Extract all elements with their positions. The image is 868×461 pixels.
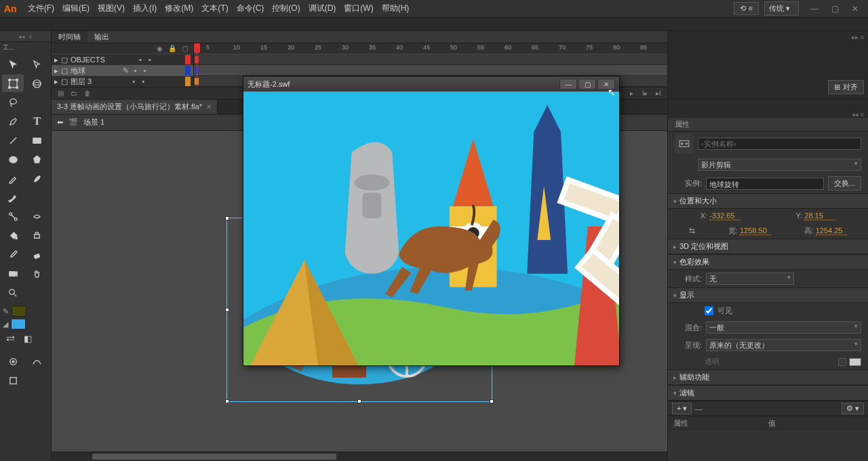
hand-tool-icon[interactable] bbox=[26, 264, 48, 282]
stage-scrollbar[interactable] bbox=[52, 452, 667, 461]
smooth-option-icon[interactable] bbox=[26, 353, 48, 370]
timeline-ruler[interactable]: 1510152025303540455055606570758085909510… bbox=[194, 43, 667, 54]
fill-swatch[interactable] bbox=[11, 319, 26, 329]
layer-row[interactable]: ▸▢图层 3 •• bbox=[52, 76, 193, 87]
y-value[interactable]: 28.15 bbox=[804, 212, 835, 220]
window-close-icon[interactable]: ✕ bbox=[846, 3, 864, 15]
default-colors-icon[interactable]: ◧ bbox=[20, 332, 35, 345]
menu-control[interactable]: 控制(O) bbox=[268, 0, 304, 17]
close-tab-icon[interactable]: ✕ bbox=[206, 103, 212, 111]
collapse-icon[interactable]: ▸▸ ≡ bbox=[852, 34, 864, 41]
swf-titlebar[interactable]: 无标题-2.swf — ▢ ✕ bbox=[243, 77, 619, 92]
layout-dropdown[interactable]: 传统 ▾ bbox=[764, 1, 799, 16]
x-value[interactable]: -332.65 bbox=[709, 212, 741, 220]
swap-button[interactable]: 交换... bbox=[828, 176, 861, 191]
sync-button[interactable]: ⟲ ≡ bbox=[734, 2, 758, 15]
svg-point-37 bbox=[355, 174, 390, 191]
menu-help[interactable]: 帮助(H) bbox=[378, 0, 414, 17]
menu-window[interactable]: 窗口(W) bbox=[340, 0, 377, 17]
menu-insert[interactable]: 插入(I) bbox=[129, 0, 161, 17]
rectangle-tool-icon[interactable] bbox=[26, 132, 48, 149]
3d-rotation-tool-icon[interactable] bbox=[26, 75, 48, 92]
visible-checkbox[interactable] bbox=[705, 306, 713, 315]
layer-row[interactable]: ▸▢OBJECTS •• bbox=[52, 54, 193, 65]
section-3d[interactable]: 3D 定位和视图 bbox=[668, 239, 868, 254]
render-dropdown[interactable]: 原来的（无更改） bbox=[706, 339, 861, 351]
width-value[interactable]: 1258.50 bbox=[740, 226, 771, 235]
stroke-pencil-icon: ✎ bbox=[3, 307, 9, 316]
symbol-type-dropdown[interactable]: 影片剪辑 bbox=[698, 159, 861, 171]
colorfx-style-dropdown[interactable]: 无 bbox=[706, 273, 794, 285]
playhead[interactable] bbox=[197, 43, 197, 87]
panel-head-icon[interactable]: ◂◂ ≡ bbox=[668, 111, 868, 118]
menu-edit[interactable]: 编辑(E) bbox=[58, 0, 94, 17]
free-transform-tool-icon[interactable] bbox=[2, 75, 24, 92]
section-display[interactable]: 显示 bbox=[668, 287, 868, 303]
menu-file[interactable]: 文件(F) bbox=[24, 0, 58, 17]
section-position[interactable]: 位置和大小 bbox=[668, 193, 868, 209]
lasso-tool-icon[interactable] bbox=[2, 94, 24, 111]
height-value[interactable]: 1254.25 bbox=[816, 226, 847, 235]
scene-label[interactable]: 场景 1 bbox=[83, 117, 104, 127]
section-colorfx[interactable]: 色彩效果 bbox=[668, 254, 868, 270]
lock-icon[interactable]: 🔒 bbox=[168, 45, 176, 52]
properties-tab[interactable]: 属性 bbox=[668, 118, 868, 132]
filter-gear-icon[interactable]: ⚙ ▾ bbox=[842, 403, 864, 414]
line-tool-icon[interactable] bbox=[2, 132, 24, 149]
eye-icon[interactable]: ◉ bbox=[157, 45, 163, 52]
play-icon[interactable]: ▸ bbox=[627, 89, 636, 98]
transparent-swatch[interactable] bbox=[838, 358, 846, 366]
swf-minimize-icon[interactable]: — bbox=[559, 79, 577, 89]
pencil-tool-icon[interactable] bbox=[2, 169, 24, 187]
tab-output[interactable]: 输出 bbox=[87, 31, 116, 43]
menu-command[interactable]: 命令(C) bbox=[233, 0, 269, 17]
new-layer-icon[interactable]: ▤ bbox=[56, 89, 65, 98]
filter-opt-icon[interactable]: — bbox=[694, 405, 702, 413]
window-minimize-icon[interactable]: — bbox=[806, 3, 823, 15]
zoom-tool-icon[interactable] bbox=[2, 283, 24, 301]
window-maximize-icon[interactable]: ▢ bbox=[826, 3, 844, 15]
polystar-tool-icon[interactable] bbox=[26, 151, 48, 168]
bind-tool-icon[interactable] bbox=[26, 207, 48, 225]
link-icon[interactable]: ⇆ bbox=[689, 226, 695, 235]
snap-to-object-icon[interactable] bbox=[2, 353, 24, 370]
camera-tool-icon[interactable] bbox=[2, 264, 24, 282]
menu-modify[interactable]: 修改(M) bbox=[161, 0, 197, 17]
blend-dropdown[interactable]: 一般 bbox=[706, 321, 861, 334]
oval-tool-icon[interactable] bbox=[2, 151, 24, 168]
section-accessibility[interactable]: 辅助功能 bbox=[668, 369, 868, 385]
brush-tool-icon[interactable] bbox=[26, 169, 48, 187]
section-filters[interactable]: 滤镜 bbox=[668, 385, 868, 401]
tab-timeline[interactable]: 时间轴 bbox=[52, 31, 87, 43]
stroke-swatch[interactable] bbox=[12, 306, 26, 317]
delete-layer-icon[interactable]: 🗑 bbox=[83, 89, 92, 98]
bone-tool-icon[interactable] bbox=[2, 207, 24, 225]
next-frame-icon[interactable]: I▸ bbox=[640, 89, 650, 98]
eyedropper-tool-icon[interactable] bbox=[2, 245, 24, 263]
outline-icon[interactable]: ▢ bbox=[182, 45, 188, 52]
tools-header[interactable]: ◂◂ ≡ bbox=[0, 31, 51, 42]
menu-text[interactable]: 文本(T) bbox=[197, 0, 232, 17]
swf-maximize-icon[interactable]: ▢ bbox=[578, 79, 596, 89]
ink-bottle-tool-icon[interactable] bbox=[26, 226, 48, 244]
instance-name-input[interactable] bbox=[698, 138, 861, 150]
add-filter-button[interactable]: + ▾ bbox=[672, 403, 692, 414]
paint-bucket-tool-icon[interactable] bbox=[2, 226, 24, 244]
subselection-tool-icon[interactable] bbox=[26, 56, 48, 73]
pen-tool-icon[interactable] bbox=[2, 113, 24, 130]
document-tab[interactable]: 3-3 逐帧动画的设置（小马旅行记）素材.fla* ✕ bbox=[52, 100, 218, 114]
text-tool-icon[interactable]: T bbox=[26, 113, 48, 130]
eraser-tool-icon[interactable] bbox=[26, 245, 48, 263]
align-panel-button[interactable]: ⊞对齐 bbox=[828, 80, 864, 94]
layer-row-selected[interactable]: ▸▢地球 ✎•• bbox=[52, 65, 193, 76]
last-frame-icon[interactable]: ▸I bbox=[654, 89, 663, 98]
bg-swatch[interactable] bbox=[849, 358, 861, 366]
option-icon[interactable] bbox=[2, 372, 24, 389]
menu-debug[interactable]: 调试(D) bbox=[304, 0, 340, 17]
swap-colors-icon[interactable]: ⮂ bbox=[3, 332, 18, 345]
back-icon[interactable]: ⬅ bbox=[57, 118, 63, 127]
new-folder-icon[interactable]: 🗀 bbox=[69, 89, 79, 98]
selection-tool-icon[interactable] bbox=[2, 56, 24, 73]
paintbrush-tool-icon[interactable] bbox=[2, 188, 24, 206]
menu-view[interactable]: 视图(V) bbox=[94, 0, 129, 17]
